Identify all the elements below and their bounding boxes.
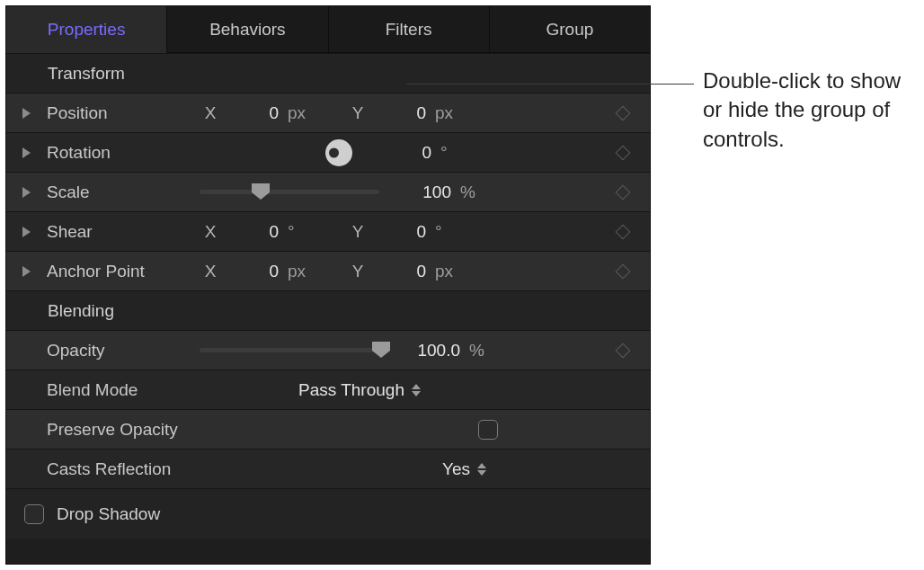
blend-mode-controls: Pass Through <box>200 380 641 400</box>
scale-slider[interactable] <box>200 180 379 205</box>
disclosure-triangle-icon[interactable] <box>22 147 31 158</box>
row-casts-reflection: Casts Reflection Yes <box>6 449 650 488</box>
unit-label: px <box>431 103 460 123</box>
keyframe-diamond-icon[interactable] <box>616 184 631 200</box>
axis-label-y: Y <box>347 222 369 242</box>
casts-reflection-value: Yes <box>442 459 470 479</box>
section-title: Blending <box>48 301 114 321</box>
scale-controls: 100 % <box>200 180 617 205</box>
scale-value[interactable]: 100 <box>385 183 451 202</box>
position-x-value[interactable]: 0 <box>227 103 279 123</box>
anchor-y-value[interactable]: 0 <box>374 262 426 281</box>
param-label: Shear <box>47 222 200 242</box>
anchor-controls: X 0 px Y 0 px <box>200 262 617 281</box>
updown-arrows-icon <box>412 384 421 396</box>
unit-label: ° <box>431 222 460 242</box>
unit-label: % <box>457 183 485 202</box>
disclosure-triangle-icon[interactable] <box>22 227 31 237</box>
tab-filters[interactable]: Filters <box>329 6 490 53</box>
unit-label: ° <box>284 222 313 242</box>
unit-label: px <box>431 262 460 281</box>
opacity-slider[interactable] <box>200 338 388 363</box>
param-label: Rotation <box>47 143 200 163</box>
shear-y-value[interactable]: 0 <box>374 222 426 242</box>
rotation-value[interactable]: 0 <box>358 143 431 163</box>
drop-shadow-checkbox[interactable] <box>24 504 44 524</box>
tab-label: Properties <box>48 20 126 40</box>
unit-label: px <box>284 262 313 281</box>
tab-group[interactable]: Group <box>490 6 650 53</box>
tab-label: Group <box>546 20 593 40</box>
unit-label: ° <box>437 143 466 163</box>
tab-label: Filters <box>386 20 432 40</box>
rotation-controls: 0 ° <box>200 139 617 166</box>
callout-leader-line <box>406 84 694 85</box>
casts-controls: Yes <box>227 459 641 479</box>
param-label: Preserve Opacity <box>47 420 227 440</box>
param-label: Opacity <box>47 341 200 361</box>
rotation-dial[interactable] <box>325 139 352 166</box>
slider-thumb-icon[interactable] <box>372 342 390 358</box>
anchor-x-value[interactable]: 0 <box>227 262 279 281</box>
section-title: Transform <box>48 64 125 84</box>
opacity-controls: 100.0 % <box>200 338 617 363</box>
keyframe-diamond-icon[interactable] <box>616 105 631 120</box>
param-label: Position <box>47 103 200 123</box>
position-controls: X 0 px Y 0 px <box>200 103 617 123</box>
section-header-transform[interactable]: Transform <box>6 53 650 93</box>
axis-label-x: X <box>200 103 221 123</box>
axis-label-y: Y <box>347 262 369 281</box>
preserve-opacity-checkbox[interactable] <box>478 420 498 440</box>
unit-label: px <box>284 103 313 123</box>
tab-behaviors[interactable]: Behaviors <box>167 6 328 53</box>
shear-x-value[interactable]: 0 <box>227 222 279 242</box>
axis-label-y: Y <box>347 103 369 123</box>
keyframe-diamond-icon[interactable] <box>616 224 631 239</box>
blend-mode-select[interactable]: Pass Through <box>298 380 421 400</box>
row-rotation: Rotation 0 ° <box>6 132 650 172</box>
updown-arrows-icon <box>477 463 486 476</box>
row-scale: Scale 100 % <box>6 172 650 211</box>
tab-properties[interactable]: Properties <box>6 6 167 53</box>
position-y-value[interactable]: 0 <box>374 103 426 123</box>
inspector-panel: Properties Behaviors Filters Group Trans… <box>5 5 651 565</box>
section-title: Drop Shadow <box>57 504 160 524</box>
keyframe-diamond-icon[interactable] <box>616 145 631 160</box>
row-preserve-opacity: Preserve Opacity <box>6 409 650 449</box>
disclosure-triangle-icon[interactable] <box>22 266 31 277</box>
row-position: Position X 0 px Y 0 px <box>6 93 650 132</box>
blend-mode-value: Pass Through <box>298 380 404 400</box>
axis-label-x: X <box>200 222 221 242</box>
param-label: Blend Mode <box>47 380 200 400</box>
disclosure-triangle-icon[interactable] <box>22 187 31 198</box>
keyframe-diamond-icon[interactable] <box>616 343 631 358</box>
section-header-drop-shadow[interactable]: Drop Shadow <box>6 488 650 539</box>
shear-controls: X 0 ° Y 0 ° <box>200 222 617 242</box>
disclosure-triangle-icon[interactable] <box>22 108 31 119</box>
preserve-controls <box>227 420 641 440</box>
param-label: Scale <box>47 183 200 202</box>
slider-thumb-icon[interactable] <box>252 183 270 200</box>
param-label: Anchor Point <box>47 262 200 281</box>
casts-reflection-select[interactable]: Yes <box>442 459 486 479</box>
row-opacity: Opacity 100.0 % <box>6 330 650 370</box>
row-blend-mode: Blend Mode Pass Through <box>6 370 650 409</box>
opacity-value[interactable]: 100.0 <box>394 341 460 361</box>
row-shear: Shear X 0 ° Y 0 ° <box>6 211 650 251</box>
row-anchor-point: Anchor Point X 0 px Y 0 px <box>6 251 650 290</box>
tab-label: Behaviors <box>209 20 286 40</box>
tab-bar: Properties Behaviors Filters Group <box>6 6 650 53</box>
axis-label-x: X <box>200 262 221 281</box>
unit-label: % <box>466 341 494 361</box>
keyframe-diamond-icon[interactable] <box>616 263 631 279</box>
section-header-blending[interactable]: Blending <box>6 290 650 330</box>
param-label: Casts Reflection <box>47 459 227 479</box>
callout-text: Double-click to show or hide the group o… <box>703 67 915 154</box>
